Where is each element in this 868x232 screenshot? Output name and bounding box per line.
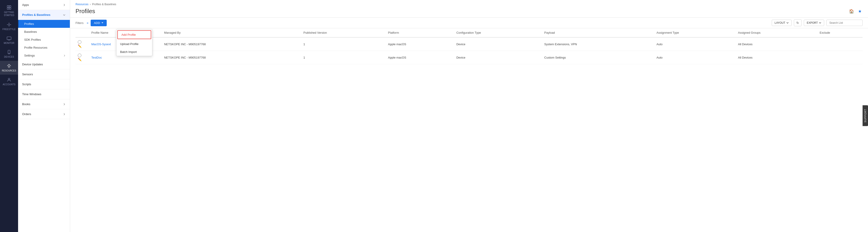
page-header: Profiles 🏠 ★: [70, 6, 868, 18]
toolbar: Filters » ADD Add Profile Upload Profile…: [70, 18, 868, 28]
nav-monitor[interactable]: MONITOR: [0, 33, 18, 47]
row1-radio[interactable]: [78, 40, 81, 44]
sidebar: Apps Profiles & Baselines Profiles Basel…: [18, 0, 70, 232]
col-managed-by: Managed By: [162, 28, 301, 37]
row1-configuration-type: Device: [454, 37, 542, 51]
col-select: [75, 28, 89, 37]
row1-profile-link[interactable]: MacOS-Sysext: [91, 42, 111, 46]
row2-configuration-type: Device: [454, 51, 542, 64]
batch-import-option[interactable]: Batch Import: [116, 48, 152, 56]
nav-resources[interactable]: RESOURCES: [0, 61, 18, 75]
row1-exclude: [817, 37, 863, 51]
row1-payload: System Extensions, VPN: [542, 37, 654, 51]
row2-edit-icon[interactable]: ✏️: [78, 58, 86, 61]
col-payload: Payload: [542, 28, 654, 37]
row2-actions: ✏️: [75, 51, 89, 64]
sidebar-scripts[interactable]: Scripts: [18, 79, 70, 89]
svg-rect-5: [7, 37, 11, 40]
sidebar-orders[interactable]: Orders: [18, 109, 70, 119]
sidebar-item-sdk-profiles[interactable]: SDK Profiles: [18, 36, 70, 44]
svg-point-7: [9, 53, 9, 54]
add-profile-option[interactable]: Add Profile: [117, 30, 151, 39]
col-assigned-groups: Assigned Groups: [736, 28, 817, 37]
table-row: ✏️ TestDoc NETSKOPE INC - M905197768 1 A…: [75, 51, 863, 64]
support-button[interactable]: SUPPORT: [863, 105, 868, 126]
refresh-button[interactable]: ↻: [794, 20, 802, 26]
row1-edit-icon[interactable]: ✏️: [78, 44, 86, 48]
col-assignment-type: Assignment Type: [654, 28, 736, 37]
sidebar-apps[interactable]: Apps: [18, 0, 70, 10]
sidebar-item-baselines[interactable]: Baselines: [18, 28, 70, 36]
svg-rect-2: [7, 8, 9, 9]
icon-nav: GETTING STARTED FREESTYLE MONITOR DEVICE…: [0, 0, 18, 232]
row2-published-version: 1: [301, 51, 385, 64]
page-title: Profiles: [75, 8, 95, 15]
layout-button[interactable]: LAYOUT: [772, 20, 792, 26]
row1-published-version: 1: [301, 37, 385, 51]
double-arrow-icon[interactable]: »: [87, 21, 88, 25]
svg-point-4: [8, 24, 10, 25]
nav-devices[interactable]: DEVICES: [0, 47, 18, 61]
page-header-actions: 🏠 ★: [848, 8, 863, 15]
nav-getting-started[interactable]: GETTING STARTED: [0, 2, 18, 20]
sidebar-books[interactable]: Books: [18, 99, 70, 109]
col-platform: Platform: [386, 28, 454, 37]
svg-point-8: [8, 78, 10, 80]
row2-platform: Apple macOS: [386, 51, 454, 64]
row2-exclude: [817, 51, 863, 64]
sidebar-item-settings[interactable]: Settings: [18, 52, 70, 59]
svg-rect-1: [9, 6, 11, 7]
breadcrumb: Resources › Profiles & Baselines: [70, 0, 868, 6]
table-header-row: Profile Name Managed By Published Versio…: [75, 28, 863, 37]
sidebar-sensors[interactable]: Sensors: [18, 69, 70, 79]
profiles-table: Profile Name Managed By Published Versio…: [75, 28, 863, 64]
table-row: ✏️ MacOS-Sysext NETSKOPE INC - M90519776…: [75, 37, 863, 51]
col-published-version: Published Version: [301, 28, 385, 37]
row2-radio[interactable]: [78, 54, 81, 57]
row2-assignment-type: Auto: [654, 51, 736, 64]
row2-action-group: ✏️: [78, 54, 87, 61]
sidebar-item-profiles[interactable]: Profiles: [18, 20, 70, 28]
row1-assigned-groups: All Devices: [736, 37, 817, 51]
add-dropdown-wrapper: ADD Add Profile Upload Profile Batch Imp…: [91, 20, 106, 26]
upload-profile-option[interactable]: Upload Profile: [116, 40, 152, 48]
add-button[interactable]: ADD: [91, 20, 106, 26]
row2-managed-by: NETSKOPE INC - M905197768: [162, 51, 301, 64]
export-button[interactable]: EXPORT: [804, 20, 824, 26]
row2-profile-link[interactable]: TestDoc: [91, 56, 102, 59]
breadcrumb-resources[interactable]: Resources: [75, 3, 88, 6]
sidebar-device-updates[interactable]: Device Updates: [18, 59, 70, 69]
row1-action-group: ✏️: [78, 40, 87, 48]
row1-managed-by: NETSKOPE INC - M905197768: [162, 37, 301, 51]
breadcrumb-separator: ›: [90, 3, 91, 6]
sidebar-time-windows[interactable]: Time Windows: [18, 89, 70, 99]
home-button[interactable]: 🏠: [848, 8, 855, 15]
row1-actions: ✏️: [75, 37, 89, 51]
nav-freestyle[interactable]: FREESTYLE: [0, 20, 18, 33]
sidebar-item-profile-resources[interactable]: Profile Resources: [18, 44, 70, 52]
svg-rect-3: [9, 8, 11, 9]
row1-assignment-type: Auto: [654, 37, 736, 51]
search-input[interactable]: [827, 20, 863, 26]
breadcrumb-profiles-baselines: Profiles & Baselines: [92, 3, 116, 6]
row2-payload: Custom Settings: [542, 51, 654, 64]
add-dropdown-menu: Add Profile Upload Profile Batch Import: [116, 29, 152, 56]
col-configuration-type: Configuration Type: [454, 28, 542, 37]
table-container: Profile Name Managed By Published Versio…: [70, 28, 868, 232]
svg-rect-0: [7, 6, 9, 7]
main-content: Resources › Profiles & Baselines Profile…: [70, 0, 868, 232]
row2-assigned-groups: All Devices: [736, 51, 817, 64]
row1-platform: Apple macOS: [386, 37, 454, 51]
filters-label: Filters: [75, 21, 84, 25]
star-button[interactable]: ★: [857, 8, 863, 15]
support-wrapper: SUPPORT: [863, 105, 868, 127]
col-exclude: Exclude: [817, 28, 863, 37]
sidebar-profiles-baselines[interactable]: Profiles & Baselines: [18, 10, 70, 20]
nav-accounts[interactable]: ACCOUNTS: [0, 75, 18, 88]
